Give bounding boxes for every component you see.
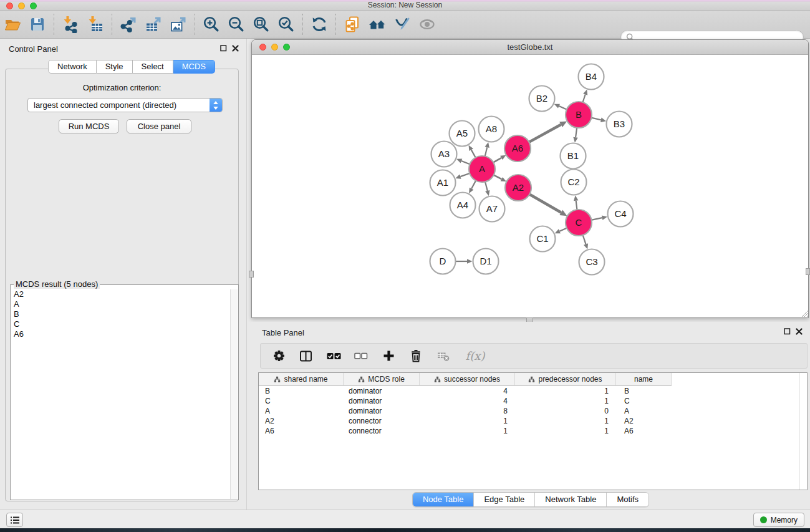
export-network-button[interactable] <box>116 12 141 36</box>
graph-node-A[interactable]: A <box>469 156 495 182</box>
home-button[interactable] <box>365 12 390 36</box>
clone-network-button[interactable] <box>340 12 365 36</box>
graph-node-C1[interactable]: C1 <box>530 226 556 252</box>
table-cell[interactable]: 8 <box>420 406 515 416</box>
graph-node-C3[interactable]: C3 <box>579 249 605 275</box>
table-cell[interactable]: C <box>259 396 344 406</box>
zoom-window-button[interactable] <box>30 2 37 9</box>
table-cell[interactable]: dominator <box>344 396 420 406</box>
mcds-result-item[interactable]: A2 <box>11 289 231 299</box>
mcds-result-item[interactable]: C <box>11 319 231 329</box>
graph-node-C2[interactable]: C2 <box>561 170 587 195</box>
run-mcds-button[interactable]: Run MCDS <box>59 119 119 133</box>
table-row[interactable]: A2connector11A2 <box>259 416 807 426</box>
export-table-button[interactable] <box>141 12 166 36</box>
table-row[interactable]: Cdominator41C <box>259 396 807 406</box>
table-cell[interactable]: 4 <box>420 386 515 396</box>
import-table-button[interactable] <box>83 12 108 36</box>
close-panel-icon[interactable] <box>232 45 239 52</box>
graph-node-C[interactable]: C <box>566 210 592 236</box>
graph-node-A2[interactable]: A2 <box>505 175 531 201</box>
table-cell[interactable]: connector <box>344 416 420 426</box>
graph-node-B4[interactable]: B4 <box>579 64 604 90</box>
mcds-list-scrollbar[interactable] <box>230 289 238 499</box>
import-network-button[interactable] <box>58 12 83 36</box>
table-row[interactable]: Adominator80A <box>259 406 807 416</box>
mcds-result-item[interactable]: A6 <box>11 329 231 339</box>
tab-mcds[interactable]: MCDS <box>173 60 215 74</box>
resize-grip-icon[interactable] <box>801 310 809 317</box>
table-cell[interactable]: B <box>616 386 672 396</box>
mcds-result-item[interactable]: B <box>11 309 231 319</box>
task-history-button[interactable] <box>6 513 23 527</box>
network-close-button[interactable] <box>259 44 266 51</box>
graph-node-D1[interactable]: D1 <box>473 249 499 274</box>
network-minimize-button[interactable] <box>271 44 278 51</box>
graph-node-B2[interactable]: B2 <box>529 86 555 112</box>
graph-node-D[interactable]: D <box>430 249 456 274</box>
graph-node-A1[interactable]: A1 <box>430 170 456 196</box>
tab-style[interactable]: Style <box>97 60 133 74</box>
tab-network[interactable]: Network <box>48 60 97 74</box>
table-row[interactable]: Bdominator41B <box>259 386 807 396</box>
select-all-button[interactable] <box>325 348 342 364</box>
tab-edge-table[interactable]: Edge Table <box>473 493 534 506</box>
column-header-shared-name[interactable]: shared name <box>259 373 344 386</box>
table-cell[interactable]: A <box>616 406 672 416</box>
table-scrollbar[interactable] <box>799 373 807 490</box>
table-cell[interactable]: 1 <box>515 386 616 396</box>
show-columns-button[interactable] <box>298 348 314 364</box>
tab-network-table[interactable]: Network Table <box>534 493 606 506</box>
graph-node-A3[interactable]: A3 <box>432 142 457 167</box>
memory-button[interactable]: Memory <box>753 513 804 527</box>
table-cell[interactable]: 1 <box>420 426 515 436</box>
table-settings-button[interactable] <box>271 348 287 364</box>
table-cell[interactable]: 1 <box>515 426 616 436</box>
column-header-name[interactable]: name <box>616 373 672 386</box>
graph-node-A7[interactable]: A7 <box>480 196 505 222</box>
table-cell[interactable]: A2 <box>616 416 672 426</box>
minimize-window-button[interactable] <box>18 2 25 9</box>
table-cell[interactable]: B <box>259 386 344 396</box>
float-panel-icon[interactable] <box>220 45 227 52</box>
graph-node-A8[interactable]: A8 <box>479 117 504 142</box>
table-cell[interactable]: 1 <box>515 416 616 426</box>
mcds-result-item[interactable]: A <box>11 299 231 309</box>
table-cell[interactable]: 1 <box>420 416 515 426</box>
close-window-button[interactable] <box>6 2 13 9</box>
table-cell[interactable]: C <box>616 396 672 406</box>
function-builder-button[interactable]: f(x) <box>463 348 488 364</box>
graph-node-A5[interactable]: A5 <box>450 121 475 147</box>
tab-select[interactable]: Select <box>133 60 173 74</box>
delete-column-button[interactable] <box>408 348 424 364</box>
network-canvas[interactable]: B4B2BB3A5A8A6A3B1AC2A1A2A4A7C4CC1DD1C3 <box>252 55 808 317</box>
criterion-dropdown[interactable]: largest connected component (directed) <box>27 98 223 112</box>
close-panel-button[interactable]: Close panel <box>127 119 191 133</box>
column-header-successor-nodes[interactable]: successor nodes <box>420 373 515 386</box>
close-panel-icon[interactable] <box>796 328 803 335</box>
table-cell[interactable]: A6 <box>616 426 672 436</box>
apply-layout-button[interactable] <box>307 12 332 36</box>
zoom-out-button[interactable] <box>224 12 249 36</box>
table-cell[interactable]: A2 <box>259 416 344 426</box>
export-image-button[interactable] <box>166 12 191 36</box>
resize-handle-left[interactable] <box>249 271 254 278</box>
graph-node-B1[interactable]: B1 <box>561 143 586 169</box>
resize-handle-right[interactable] <box>806 268 810 275</box>
network-window-titlebar[interactable]: testGlobe.txt <box>252 40 808 55</box>
open-session-button[interactable] <box>0 12 25 36</box>
table-cell[interactable]: dominator <box>344 386 420 396</box>
delete-table-button[interactable] <box>435 348 451 364</box>
table-cell[interactable]: 0 <box>515 406 616 416</box>
graph-node-B3[interactable]: B3 <box>607 112 632 137</box>
graph-node-A6[interactable]: A6 <box>504 135 531 162</box>
graph-node-B[interactable]: B <box>566 102 592 128</box>
table-cell[interactable]: dominator <box>344 406 420 416</box>
graph-node-A4[interactable]: A4 <box>450 193 476 218</box>
table-cell[interactable]: 4 <box>420 396 515 406</box>
network-zoom-button[interactable] <box>283 44 290 51</box>
tab-motifs[interactable]: Motifs <box>606 493 648 506</box>
zoom-in-button[interactable] <box>199 12 224 36</box>
deselect-all-button[interactable] <box>353 348 369 364</box>
table-row[interactable]: A6connector11A6 <box>259 426 807 436</box>
